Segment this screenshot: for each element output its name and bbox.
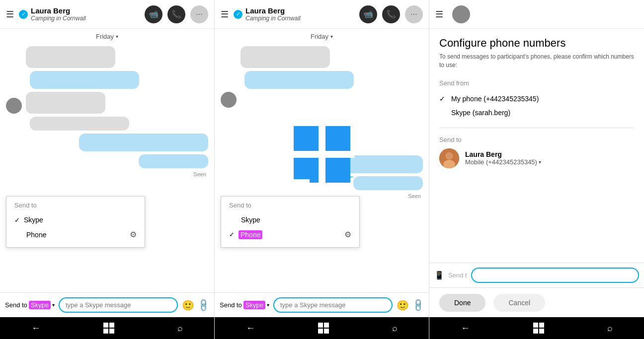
emoji-btn-1[interactable]: 🙂	[182, 299, 194, 311]
chevron-down-icon-send-2: ▾	[267, 302, 269, 308]
config-option-myphone[interactable]: ✓ My phone (+442345235345)	[439, 92, 634, 106]
more-options-btn-1[interactable]: ···	[190, 5, 208, 23]
done-button[interactable]: Done	[439, 294, 485, 312]
send-to-contact: Laura Berg Mobile (+442345235345) ▾	[439, 148, 634, 168]
search-btn-3[interactable]: ⌕	[607, 323, 613, 334]
svg-rect-1	[109, 323, 114, 328]
svg-rect-4	[294, 126, 319, 151]
emoji-btn-2[interactable]: 🙂	[397, 299, 409, 311]
contact-info: Laura Berg Mobile (+442345235345) ▾	[465, 150, 541, 166]
svg-rect-0	[103, 323, 108, 328]
svg-rect-23	[533, 329, 538, 334]
windows-btn-2[interactable]	[318, 323, 329, 334]
gear-icon-2[interactable]: ⚙	[344, 230, 351, 239]
video-call-btn-2[interactable]: 📹	[359, 5, 377, 23]
config-send-bar: 📱 Send t	[429, 263, 644, 287]
send-to-option-phone-2[interactable]: ✓ Phone ⚙	[229, 227, 351, 242]
phone-option-label-1: Phone	[26, 231, 46, 239]
message-input-2[interactable]	[273, 297, 393, 313]
svg-rect-5	[325, 126, 350, 151]
hamburger-icon-3[interactable]: ☰	[435, 9, 443, 20]
chevron-down-icon-send-1: ▾	[52, 302, 55, 308]
chat-bubble-p2-6	[353, 176, 423, 190]
message-input-1[interactable]	[59, 297, 178, 313]
back-btn-2[interactable]: ←	[246, 323, 255, 334]
svg-rect-24	[539, 329, 544, 334]
cancel-button[interactable]: Cancel	[493, 294, 545, 312]
bubble-row-p2-5	[221, 155, 423, 173]
config-option-skype[interactable]: ✓ Skype (sarah.berg)	[439, 106, 634, 120]
config-content: Configure phone numbers To send messages…	[429, 29, 644, 263]
send-to-option-phone-1[interactable]: Phone ⚙	[14, 227, 137, 242]
send-to-highlight-2: Skype	[243, 301, 265, 309]
search-btn-2[interactable]: ⌕	[392, 323, 398, 334]
chat-bubble-p2-5	[294, 155, 423, 173]
back-btn-1[interactable]: ←	[31, 323, 40, 334]
svg-rect-21	[533, 323, 538, 328]
phone-option-label-2: Phone	[239, 230, 262, 239]
chevron-down-icon-1: ▾	[116, 34, 118, 39]
bottom-bar-1: Send to Skype ▾ 🙂 🔗	[0, 292, 214, 317]
bubble-row-p2-6	[221, 176, 423, 190]
day-divider-1: Friday ▾	[0, 29, 214, 42]
config-footer: Done Cancel	[429, 287, 644, 317]
video-call-btn-1[interactable]: 📹	[145, 5, 162, 23]
chat-bubble-p2-1	[241, 46, 330, 68]
more-options-btn-2[interactable]: ···	[405, 5, 423, 23]
header-user-info-2: Laura Berg Camping in Cornwall	[245, 6, 359, 22]
hamburger-icon-1[interactable]: ☰	[6, 9, 14, 20]
svg-rect-15	[318, 329, 323, 334]
chat-bubble-5	[79, 134, 208, 151]
svg-rect-22	[539, 323, 544, 328]
send-to-highlight-1: Skype	[29, 301, 51, 309]
avatar-2	[6, 98, 22, 114]
bubble-row-2	[6, 71, 208, 89]
header-user-info-1: Laura Berg Camping in Cornwall	[31, 6, 145, 22]
send-to-option-skype-2[interactable]: Skype	[229, 213, 351, 227]
divider-1	[439, 128, 634, 128]
windows-btn-1[interactable]	[103, 323, 114, 334]
svg-rect-16	[324, 329, 329, 334]
mobile-icon: 📱	[434, 271, 444, 280]
attach-btn-2[interactable]: 🔗	[410, 297, 426, 313]
chat-bubble-4	[30, 117, 129, 131]
verified-icon-2: ✓	[234, 10, 242, 19]
search-btn-1[interactable]: ⌕	[177, 323, 183, 334]
send-to-btn-1[interactable]: Send to Skype ▾	[5, 301, 55, 309]
send-to-popup-2: Send to Skype ✓ Phone ⚙	[221, 196, 360, 248]
send-to-text-2: Send to	[220, 301, 242, 309]
skype-option-label-1: Skype	[24, 216, 43, 224]
bottom-bar-2: Send to Skype ▾ 🙂 🔗	[215, 292, 429, 317]
skype-label-p3: Skype (sarah.berg)	[451, 109, 510, 117]
attach-btn-1[interactable]: 🔗	[196, 297, 211, 313]
svg-rect-14	[324, 323, 329, 328]
chat-bubble-p2-2	[244, 71, 354, 89]
send-to-btn-2[interactable]: Send to Skype ▾	[220, 301, 269, 309]
seen-label-1: Seen	[6, 171, 208, 177]
bubble-row-3	[6, 92, 208, 114]
taskbar-3: ← ⌕	[429, 317, 644, 339]
windows-btn-3[interactable]	[533, 323, 544, 334]
check-phone-2: ✓	[229, 231, 235, 238]
hamburger-icon-2[interactable]: ☰	[221, 9, 229, 20]
bubble-row-1	[6, 46, 208, 68]
user-sub-1: Camping in Cornwall	[31, 15, 145, 22]
bubble-row-6	[6, 154, 208, 168]
bubble-row-p2-2	[221, 71, 423, 89]
panel-3: ☰ Configure phone numbers To send messag…	[429, 0, 644, 339]
audio-call-btn-2[interactable]: 📞	[382, 5, 400, 23]
user-name-2: Laura Berg	[245, 6, 359, 15]
bubble-row-p2-3	[221, 92, 423, 108]
chevron-down-icon-2: ▾	[330, 34, 333, 39]
config-message-input[interactable]	[471, 268, 639, 283]
chat-bubble-2	[30, 71, 139, 89]
taskbar-1: ← ⌕	[0, 317, 214, 339]
audio-call-btn-1[interactable]: 📞	[167, 5, 185, 23]
taskbar-2: ← ⌕	[215, 317, 429, 339]
header-icons-1: 📹 📞 ···	[145, 5, 208, 23]
back-btn-3[interactable]: ←	[461, 323, 470, 334]
gear-icon-1[interactable]: ⚙	[130, 230, 137, 239]
send-to-option-skype-1[interactable]: ✓ Skype	[14, 213, 137, 227]
contact-phone[interactable]: Mobile (+442345235345) ▾	[465, 158, 541, 166]
bubble-row-4	[6, 117, 208, 131]
